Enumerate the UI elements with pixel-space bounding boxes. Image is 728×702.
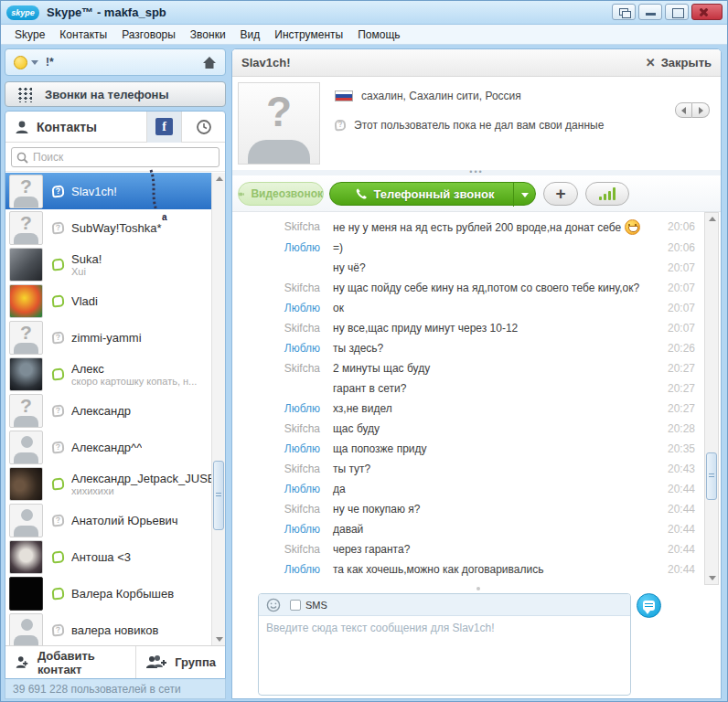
scrollbar-thumb[interactable]: [213, 461, 224, 530]
chat-message: Люблю ты здесь? 20:26: [232, 338, 704, 358]
message-text: ты здесь?: [333, 341, 651, 356]
carousel-next-button[interactable]: [692, 102, 710, 118]
profile-section: сахалин, Сахалин сити, Россия Этот польз…: [232, 77, 721, 170]
message-time: 20:27: [657, 401, 695, 416]
tab-facebook[interactable]: f: [146, 112, 181, 143]
send-message-button[interactable]: [637, 593, 661, 618]
contact-row[interactable]: Антоша <3: [5, 538, 225, 575]
mood-message[interactable]: !*: [46, 56, 54, 69]
menu-item[interactable]: Помощь: [351, 27, 406, 43]
search-box[interactable]: [11, 147, 219, 167]
composer-resize-handle[interactable]: [476, 587, 480, 590]
chat-scroll-down-button[interactable]: [707, 573, 717, 583]
close-icon: ✕: [646, 56, 656, 69]
message-author: Люблю: [232, 240, 320, 255]
avatar: [9, 284, 43, 318]
chat-scroll-up-button[interactable]: [707, 214, 717, 224]
scroll-down-button[interactable]: [214, 634, 224, 644]
contact-row[interactable]: Suka! Xui: [5, 246, 225, 282]
contacts-footer: Добавить контакт Группа: [5, 645, 225, 678]
call-options-dropdown[interactable]: [513, 183, 535, 207]
tab-recent[interactable]: [181, 112, 225, 143]
close-window-button[interactable]: [691, 4, 723, 20]
chat-message: ну чё? 20:07: [232, 258, 704, 278]
contact-row[interactable]: SubWay!Toshka*: [5, 209, 225, 246]
call-phones-button[interactable]: Звонки на телефоны: [5, 81, 226, 107]
conversation-header: Slav1ch! ✕ Закрыть: [232, 49, 721, 77]
carousel-prev-button[interactable]: [675, 102, 692, 118]
emoticon-picker-icon[interactable]: [266, 598, 281, 612]
away-status-icon[interactable]: [14, 56, 27, 69]
home-icon[interactable]: [202, 56, 217, 69]
presence-status-icon: [51, 441, 64, 453]
add-participants-button[interactable]: +: [543, 182, 578, 206]
contact-row[interactable]: валера новиков: [5, 612, 225, 645]
minimize-button[interactable]: [638, 4, 662, 20]
contact-row[interactable]: Vladi: [5, 282, 225, 319]
contact-row[interactable]: Александр: [5, 392, 225, 429]
call-quality-button[interactable]: [585, 182, 629, 206]
contact-row[interactable]: Александр^^: [5, 429, 225, 465]
search-row: [5, 143, 225, 172]
video-call-button[interactable]: Видеозвонок: [238, 182, 324, 206]
chat-message: Skifcha ну че покупаю я? 20:44: [232, 499, 704, 519]
restore-window-button[interactable]: [612, 4, 636, 20]
contact-row[interactable]: Анатолий Юрьевич: [5, 502, 225, 538]
contacts-scrollbar[interactable]: [211, 173, 225, 645]
menu-item[interactable]: Разговоры: [115, 27, 182, 43]
grin-emoticon-icon: [625, 219, 640, 235]
message-time: 20:43: [657, 462, 695, 476]
menu-item[interactable]: Вид: [234, 27, 267, 43]
facebook-icon: f: [155, 118, 173, 135]
message-history: Skifcha не ну у меня на яд есть рублей 2…: [232, 212, 704, 585]
message-text: ща попозже приду: [333, 441, 651, 456]
sms-checkbox[interactable]: [290, 600, 301, 611]
conversation-panel: Slav1ch! ✕ Закрыть сахалин, Сахалин сити…: [231, 48, 722, 699]
status-mood-bar[interactable]: !*: [5, 48, 226, 76]
search-input[interactable]: [33, 151, 214, 164]
message-text: 2 минуты щас буду: [333, 361, 651, 376]
contact-row[interactable]: Алекс скоро картошку копать, н...: [5, 356, 225, 392]
message-time: 20:44: [657, 562, 695, 577]
add-contact-label: Добавить контакт: [37, 649, 126, 676]
video-call-label: Видеозвонок: [251, 187, 323, 200]
contact-name: Vladi: [71, 294, 98, 308]
message-input[interactable]: [259, 616, 630, 693]
phone-call-button[interactable]: Телефонный звонок: [329, 182, 536, 206]
contact-name: Slav1ch!: [71, 185, 117, 198]
presence-status-icon: [51, 367, 64, 380]
message-time: 20:44: [657, 502, 695, 516]
contact-mood: хихихихи: [71, 485, 209, 496]
menu-item[interactable]: Звонки: [184, 27, 232, 43]
menu-item[interactable]: Инструменты: [268, 27, 349, 43]
message-text: =): [333, 240, 651, 255]
menu-item[interactable]: Контакты: [53, 27, 113, 43]
message-author: Skifcha: [232, 361, 320, 376]
avatar: [9, 577, 43, 611]
presence-status-icon: [51, 514, 64, 526]
contact-row[interactable]: Slav1ch!: [5, 173, 225, 209]
chat-scrollbar-thumb[interactable]: [706, 452, 717, 500]
message-time: 20:27: [657, 381, 695, 396]
avatar: [9, 211, 43, 245]
add-contact-button[interactable]: Добавить контакт: [5, 646, 136, 678]
contact-name: Александр: [71, 404, 131, 418]
presence-status-icon: [51, 258, 64, 271]
profile-note: Этот пользователь пока не дал вам свои д…: [354, 119, 604, 132]
message-author: Люблю: [232, 482, 320, 496]
contact-row[interactable]: zimmi-yammi: [5, 319, 225, 356]
scroll-up-button[interactable]: [214, 174, 224, 184]
menu-item[interactable]: Skype: [8, 27, 51, 43]
message-time: 20:27: [657, 361, 695, 376]
chat-scrollbar[interactable]: [704, 212, 719, 585]
contact-row[interactable]: Валера Корбышев: [5, 575, 225, 612]
contact-row[interactable]: Александр_Jetpack_JUSET хихихихи: [5, 465, 225, 502]
message-author: Skifcha: [232, 502, 320, 516]
avatar: [9, 321, 43, 355]
close-conversation-button[interactable]: ✕ Закрыть: [646, 56, 712, 69]
maximize-button[interactable]: [665, 4, 689, 20]
group-button[interactable]: Группа: [136, 646, 225, 678]
message-time: 20:07: [657, 321, 695, 335]
profile-location: сахалин, Сахалин сити, Россия: [361, 90, 521, 102]
chat-message: Люблю ща попозже приду 20:35: [232, 439, 704, 459]
